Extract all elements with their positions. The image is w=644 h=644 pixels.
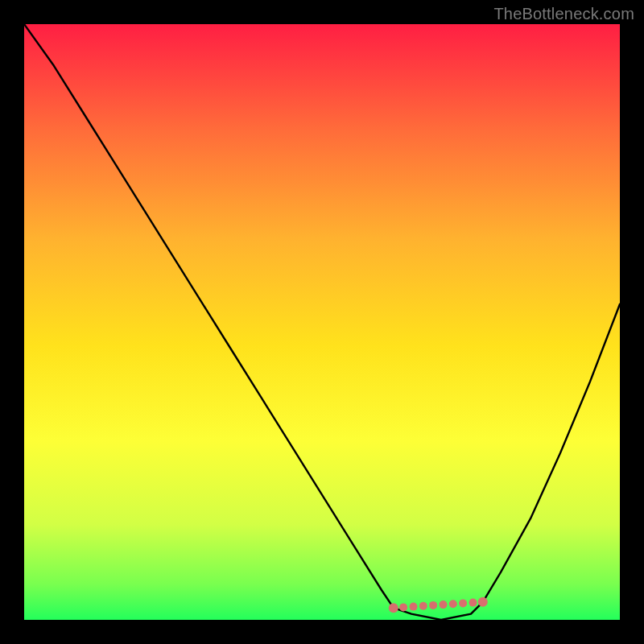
plot-area: [24, 24, 620, 620]
trough-marker-dot: [449, 600, 457, 608]
trough-marker-dot: [419, 602, 427, 610]
trough-marker-dot: [399, 603, 407, 611]
trough-marker-dot: [410, 603, 418, 611]
chart-svg: [24, 24, 620, 620]
trough-marker-dot: [429, 601, 437, 609]
watermark-text: TheBottleneck.com: [493, 5, 634, 23]
trough-marker-dot: [469, 599, 477, 607]
trough-marker-dot: [478, 597, 488, 607]
trough-marker-dot: [459, 599, 467, 607]
bottleneck-curve: [24, 24, 620, 620]
chart-frame: TheBottleneck.com: [0, 0, 644, 644]
trough-markers: [389, 597, 488, 613]
trough-marker-dot: [389, 603, 398, 613]
trough-marker-dot: [440, 601, 448, 609]
